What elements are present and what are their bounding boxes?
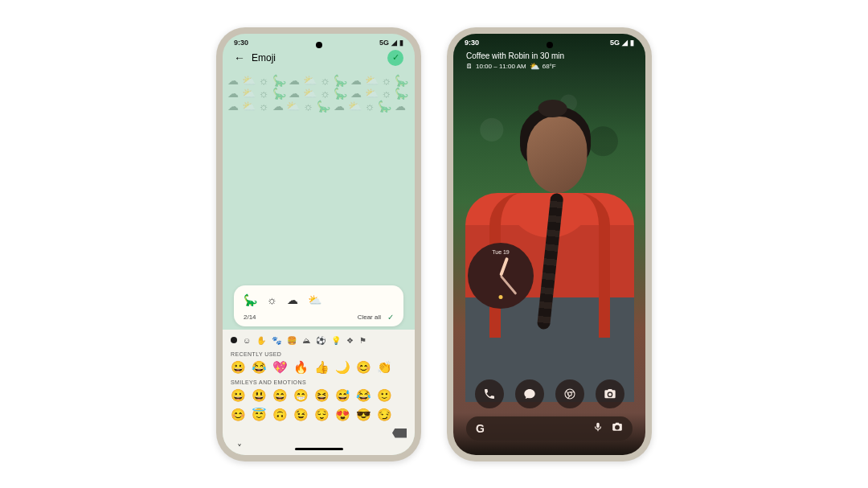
messages-app-icon[interactable] <box>515 379 544 408</box>
tab-animals-icon[interactable]: 🐾 <box>272 336 281 345</box>
status-bar: 9:30 5G ◢ ▮ <box>223 34 415 48</box>
status-icons: 5G ◢ ▮ <box>379 39 403 47</box>
recently-used-row: 😀 😂 💖 🔥 👍 🌙 😊 👏 <box>231 359 407 378</box>
signal-icon: ◢ <box>391 39 397 47</box>
backspace-icon[interactable] <box>392 429 407 438</box>
calendar-icon: 🗓 <box>466 63 473 70</box>
mic-icon[interactable] <box>592 421 604 436</box>
emoji-category-tabs[interactable]: ☺ ✋ 🐾 🍔 ⛰ ⚽ 💡 ❖ ⚑ <box>231 334 407 350</box>
selection-counter: 2/14 <box>244 314 256 321</box>
glance-time-range: 10:00 – 11:00 AM <box>476 63 526 70</box>
network-label: 5G <box>610 39 620 47</box>
home-screen: 9:30 5G ◢ ▮ Coffee with Robin in 30 min … <box>453 34 645 455</box>
smileys-row-1: 😀 😃 😄 😁 😆 😅 😂 🙂 <box>231 387 407 406</box>
phone-app-icon[interactable] <box>475 379 504 408</box>
signal-icon: ◢ <box>622 39 628 47</box>
emoji-item[interactable]: 👏 <box>377 360 392 375</box>
emoji-item[interactable]: 👍 <box>314 360 330 375</box>
status-icons: 5G ◢ ▮ <box>610 39 634 47</box>
emoji-item[interactable]: 😀 <box>231 360 246 375</box>
tab-smileys-icon[interactable]: ☺ <box>243 336 251 345</box>
clock-date: Tue 19 <box>492 249 510 255</box>
emoji-item[interactable]: 🙃 <box>272 408 288 422</box>
tab-people-icon[interactable]: ✋ <box>256 336 266 345</box>
phone-left-frame: 9:30 5G ◢ ▮ ← Emoji ✓ ☁ ⛅ ☼ 🦕 ☁ ⛅ ☼ 🦕 ☁ … <box>216 27 421 461</box>
emoji-item[interactable]: 😊 <box>356 360 371 375</box>
clock-widget[interactable]: Tue 19 <box>468 243 534 309</box>
emoji-item[interactable]: 😇 <box>252 408 267 422</box>
collapse-keyboard-icon[interactable]: ˅ <box>237 443 242 454</box>
emoji-item[interactable]: 😆 <box>314 388 330 403</box>
emoji-keyboard: ☺ ✋ 🐾 🍔 ⛰ ⚽ 💡 ❖ ⚑ RECENTLY USED 😀 😂 💖 🔥 … <box>223 330 415 445</box>
tab-travel-icon[interactable]: ⛰ <box>302 336 310 345</box>
home-indicator[interactable] <box>295 448 343 450</box>
accept-icon[interactable]: ✓ <box>387 313 394 322</box>
google-logo-icon: G <box>476 422 485 435</box>
status-time: 9:30 <box>234 39 248 47</box>
battery-icon: ▮ <box>630 39 634 47</box>
clock-second-dot <box>499 295 503 299</box>
emoji-item[interactable]: 😀 <box>231 388 246 403</box>
emoji-item[interactable]: 😌 <box>314 408 330 422</box>
tab-symbols-icon[interactable]: ❖ <box>346 336 354 345</box>
emoji-item[interactable]: 🙂 <box>377 388 392 403</box>
confirm-button[interactable]: ✓ <box>387 50 403 66</box>
emoji-item[interactable]: 😅 <box>335 388 350 403</box>
emoji-item[interactable]: 😃 <box>252 388 267 403</box>
emoji-item[interactable]: 😍 <box>335 408 350 422</box>
tab-objects-icon[interactable]: 💡 <box>331 336 341 345</box>
emoji-item[interactable]: 😉 <box>293 408 309 422</box>
emoji-item[interactable]: 😊 <box>231 408 246 422</box>
status-bar: 9:30 5G ◢ ▮ <box>453 34 645 51</box>
emoji-item[interactable]: 😄 <box>272 388 288 403</box>
at-a-glance-widget[interactable]: Coffee with Robin in 30 min 🗓 10:00 – 11… <box>453 51 645 72</box>
smileys-row-2: 😊 😇 🙃 😉 😌 😍 😎 😏 <box>231 406 407 425</box>
recently-used-label: RECENTLY USED <box>231 351 407 357</box>
chrome-app-icon[interactable] <box>555 379 584 408</box>
emoji-item[interactable]: 💖 <box>272 360 288 375</box>
app-dock <box>453 379 645 408</box>
selection-card: 🦕 ☼ ☁ ⛅ 2/14 Clear all ✓ <box>234 285 403 326</box>
glance-event-title: Coffee with Robin in 30 min <box>466 51 633 60</box>
emoji-item[interactable]: 😁 <box>293 388 309 403</box>
emoji-item[interactable]: 😎 <box>356 408 371 422</box>
tab-food-icon[interactable]: 🍔 <box>287 336 297 345</box>
clock-minute-hand <box>500 275 518 295</box>
page-title: Emoji <box>252 52 276 64</box>
gesture-nav-bar: ˅ <box>223 445 415 455</box>
glance-temperature: 68°F <box>542 63 556 70</box>
weather-icon: ⛅ <box>530 62 539 71</box>
lens-icon[interactable] <box>612 421 623 436</box>
camera-app-icon[interactable] <box>596 379 624 408</box>
back-arrow-icon[interactable]: ← <box>234 51 245 64</box>
emoji-item[interactable]: 😏 <box>377 408 392 422</box>
tab-recent-icon[interactable] <box>231 337 237 343</box>
search-bar[interactable]: G <box>466 416 633 441</box>
phone-right-frame: 9:30 5G ◢ ▮ Coffee with Robin in 30 min … <box>447 27 652 461</box>
emoji-item[interactable]: 😂 <box>356 388 371 403</box>
emoji-item[interactable]: 🔥 <box>293 360 309 375</box>
tab-flags-icon[interactable]: ⚑ <box>359 336 366 345</box>
emoji-item[interactable]: 😂 <box>252 360 267 375</box>
battery-icon: ▮ <box>399 39 403 47</box>
selected-emojis: 🦕 ☼ ☁ ⛅ <box>244 293 394 306</box>
network-label: 5G <box>379 39 389 47</box>
tab-activity-icon[interactable]: ⚽ <box>316 336 326 345</box>
clock-hour-hand <box>499 256 509 276</box>
emoji-item[interactable]: 🌙 <box>335 360 350 375</box>
title-bar: ← Emoji ✓ <box>223 48 415 69</box>
clear-all-button[interactable]: Clear all <box>358 314 381 321</box>
wallpaper-preview: ☁ ⛅ ☼ 🦕 ☁ ⛅ ☼ 🦕 ☁ ⛅ ☼ 🦕 ☁ ⛅ ☼ 🦕 ☁ ⛅ ☼ 🦕 … <box>223 69 415 330</box>
status-time: 9:30 <box>465 39 479 47</box>
smileys-label: SMILEYS AND EMOTIONS <box>231 379 407 385</box>
emoji-picker-screen: 9:30 5G ◢ ▮ ← Emoji ✓ ☁ ⛅ ☼ 🦕 ☁ ⛅ ☼ 🦕 ☁ … <box>223 34 415 455</box>
